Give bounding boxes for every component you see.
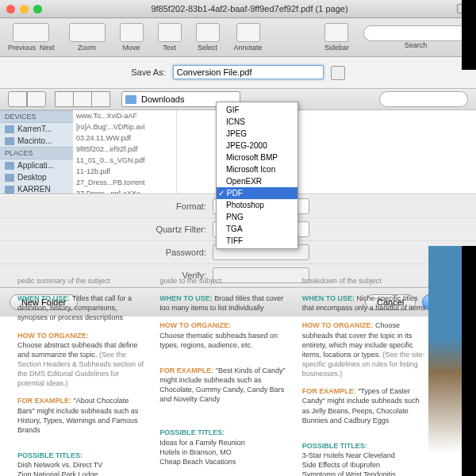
- format-option[interactable]: JPEG: [217, 128, 298, 140]
- format-option[interactable]: ICNS: [217, 116, 298, 128]
- back-forward[interactable]: [8, 91, 46, 107]
- move-button[interactable]: Move: [120, 23, 144, 52]
- format-option[interactable]: Microsoft Icon: [217, 163, 298, 175]
- format-option[interactable]: PNG: [217, 211, 298, 223]
- view-mode[interactable]: [56, 91, 110, 107]
- toolbar: Previous Next Zoom Move Text Select Anno…: [0, 18, 476, 57]
- search-group[interactable]: Search: [363, 25, 468, 49]
- file-row: 27.Dress...ng]-aXXo: [73, 188, 176, 194]
- sidebar-item[interactable]: Macinto...: [0, 135, 73, 147]
- document-content: pedic summary of the subject WHEN TO USE…: [17, 276, 428, 476]
- select-button[interactable]: Select: [196, 23, 220, 52]
- annotate-button[interactable]: Annotate: [234, 23, 263, 52]
- expand-button[interactable]: [331, 66, 345, 80]
- save-as-input[interactable]: [173, 65, 324, 79]
- places-header: PLACES: [0, 147, 73, 159]
- format-option[interactable]: TGA: [217, 223, 298, 235]
- format-option[interactable]: OpenEXR: [217, 175, 298, 187]
- format-option[interactable]: Microsoft BMP: [217, 152, 298, 163]
- format-option[interactable]: Photoshop: [217, 199, 298, 211]
- file-row: 9f85f202...ef92f.pdf: [73, 144, 176, 155]
- format-option[interactable]: TIFF: [217, 235, 298, 247]
- file-row: www.To...XviD-aAF: [73, 110, 176, 121]
- title-bar: 9f85f202-83b1-4af2-baaf-9ff9ed7ef92f.pdf…: [0, 0, 476, 18]
- sidebar-item[interactable]: Desktop: [0, 171, 73, 183]
- window-title: 9f85f202-83b1-4af2-baaf-9ff9ed7ef92f.pdf…: [42, 4, 457, 13]
- sidebar-item[interactable]: KARREN: [0, 183, 73, 194]
- format-option[interactable]: JPEG-2000: [217, 140, 298, 152]
- nav-group[interactable]: Previous Next: [8, 23, 55, 52]
- text-button[interactable]: Text: [158, 23, 182, 52]
- sidebar-item[interactable]: KarrenT...: [0, 123, 73, 135]
- file-column[interactable]: www.To...XviD-aAF [ro]A.Bug'...VDRip.avi…: [73, 110, 177, 194]
- file-row: 11_01_0...s_VGN.pdf: [73, 155, 176, 166]
- file-row: 11-12b.pdf: [73, 166, 176, 177]
- file-row: [ro]A.Bug'...VDRip.avi: [73, 121, 176, 132]
- format-option[interactable]: GIF: [217, 104, 298, 116]
- sidebar-item[interactable]: Applicati...: [0, 159, 73, 171]
- format-dropdown[interactable]: GIF ICNS JPEG JPEG-2000 Microsoft BMP Mi…: [216, 102, 298, 249]
- file-row: 03.24.11.WW.pdf: [73, 132, 176, 144]
- browser-search[interactable]: [379, 91, 468, 107]
- save-as-label: Save As:: [131, 67, 165, 77]
- save-as-row: Save As:: [0, 57, 476, 88]
- zoom-button[interactable]: Zoom: [69, 23, 106, 52]
- traffic-lights[interactable]: [6, 5, 42, 13]
- sidebar: DEVICES KarrenT... Macinto... PLACES App…: [0, 110, 73, 194]
- devices-header: DEVICES: [0, 110, 73, 123]
- sidebar-button[interactable]: Sidebar: [324, 23, 349, 52]
- format-option-selected[interactable]: PDF: [217, 187, 298, 199]
- file-row: 27_Dress...PB.torrent: [73, 177, 176, 188]
